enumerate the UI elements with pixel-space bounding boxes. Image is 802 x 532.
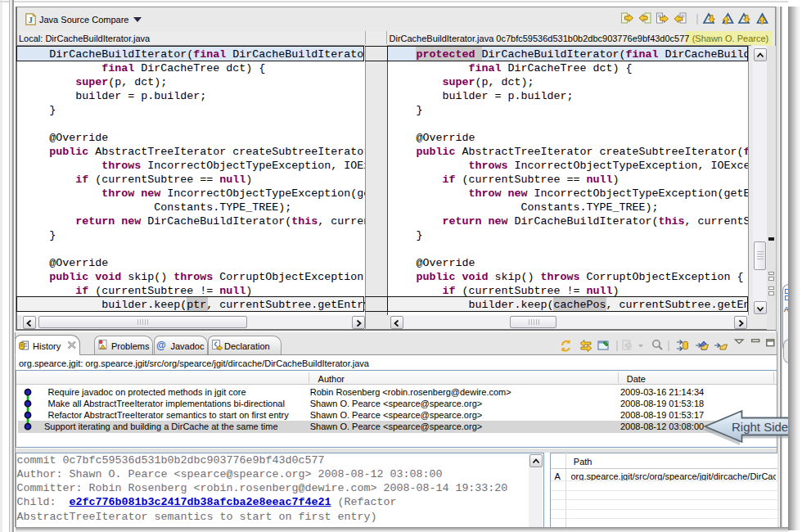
svg-text:Right Side: Right Side [732, 420, 788, 434]
svg-text:J: J [29, 15, 34, 25]
